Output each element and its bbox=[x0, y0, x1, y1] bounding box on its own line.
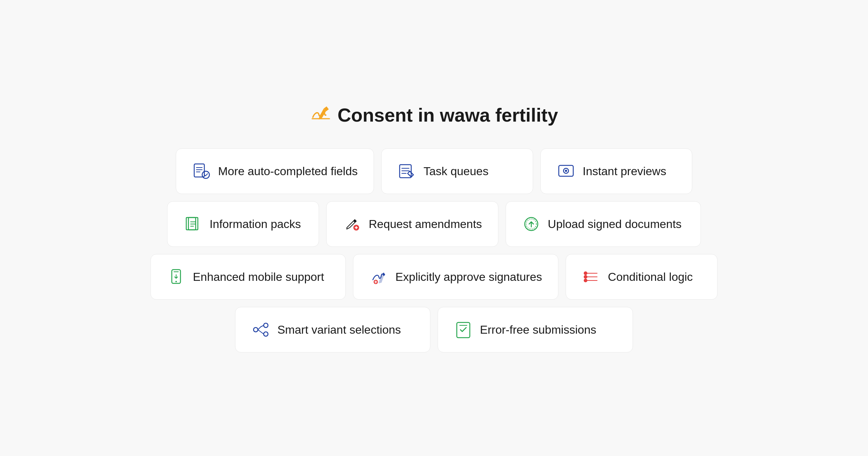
error-free-submissions-label: Error-free submissions bbox=[480, 323, 596, 337]
auto-fields-icon bbox=[192, 162, 211, 181]
explicitly-approve-signatures-icon bbox=[369, 267, 388, 286]
information-packs-label: Information packs bbox=[209, 218, 301, 231]
enhanced-mobile-support-label: Enhanced mobile support bbox=[193, 270, 324, 284]
instant-previews-label: Instant previews bbox=[583, 165, 666, 178]
svg-point-11 bbox=[565, 170, 567, 172]
feature-card-request-amendments[interactable]: Request amendments bbox=[326, 201, 498, 247]
smart-variant-selections-icon bbox=[251, 320, 270, 339]
feature-card-explicitly-approve-signatures[interactable]: Explicitly approve signatures bbox=[353, 254, 558, 300]
title-row: Consent in wawa fertility bbox=[310, 104, 558, 127]
feature-card-instant-previews[interactable]: Instant previews bbox=[540, 148, 692, 194]
request-amendments-icon bbox=[342, 215, 361, 233]
svg-point-32 bbox=[584, 279, 587, 282]
task-queues-icon bbox=[397, 162, 416, 181]
features-row-1: More auto-completed fields Task queues bbox=[176, 148, 692, 194]
feature-card-smart-variant-selections[interactable]: Smart variant selections bbox=[235, 307, 430, 352]
upload-signed-documents-label: Upload signed documents bbox=[548, 218, 682, 231]
features-grid: More auto-completed fields Task queues bbox=[181, 148, 687, 352]
svg-rect-0 bbox=[194, 164, 204, 177]
svg-point-36 bbox=[264, 332, 268, 336]
features-row-2: Information packs Request amendments bbox=[167, 201, 701, 247]
conditional-logic-label: Conditional logic bbox=[608, 270, 693, 284]
request-amendments-label: Request amendments bbox=[369, 218, 482, 231]
feature-card-information-packs[interactable]: Information packs bbox=[167, 201, 319, 247]
auto-completed-fields-label: More auto-completed fields bbox=[218, 165, 358, 178]
instant-previews-icon bbox=[557, 162, 575, 181]
svg-point-23 bbox=[175, 281, 177, 282]
features-row-3: Enhanced mobile support Explicitly appro… bbox=[150, 254, 718, 300]
smart-variant-selections-label: Smart variant selections bbox=[277, 323, 401, 337]
feature-card-error-free-submissions[interactable]: Error-free submissions bbox=[438, 307, 633, 352]
page-title: Consent in wawa fertility bbox=[337, 104, 558, 126]
feature-card-enhanced-mobile-support[interactable]: Enhanced mobile support bbox=[150, 254, 346, 300]
svg-line-39 bbox=[258, 330, 264, 334]
svg-point-28 bbox=[584, 271, 587, 275]
svg-point-30 bbox=[584, 275, 587, 279]
title-icon bbox=[310, 104, 332, 127]
svg-point-4 bbox=[202, 171, 209, 178]
svg-line-38 bbox=[261, 325, 264, 327]
feature-card-conditional-logic[interactable]: Conditional logic bbox=[566, 254, 718, 300]
svg-point-35 bbox=[264, 323, 268, 328]
task-queues-label: Task queues bbox=[424, 165, 489, 178]
features-row-4: Smart variant selections Error-free subm… bbox=[235, 307, 633, 352]
feature-card-upload-signed-documents[interactable]: Upload signed documents bbox=[506, 201, 701, 247]
feature-card-task-queues[interactable]: Task queues bbox=[381, 148, 533, 194]
feature-card-auto-completed-fields[interactable]: More auto-completed fields bbox=[176, 148, 374, 194]
error-free-submissions-icon bbox=[454, 320, 473, 339]
upload-signed-documents-icon bbox=[522, 215, 541, 233]
information-packs-icon bbox=[183, 215, 202, 233]
svg-line-37 bbox=[258, 327, 261, 330]
conditional-logic-icon bbox=[582, 267, 601, 286]
explicitly-approve-signatures-label: Explicitly approve signatures bbox=[395, 270, 542, 284]
svg-point-34 bbox=[254, 328, 258, 332]
enhanced-mobile-support-icon bbox=[167, 267, 186, 286]
page-container: Consent in wawa fertility More auto-comp… bbox=[181, 104, 687, 352]
